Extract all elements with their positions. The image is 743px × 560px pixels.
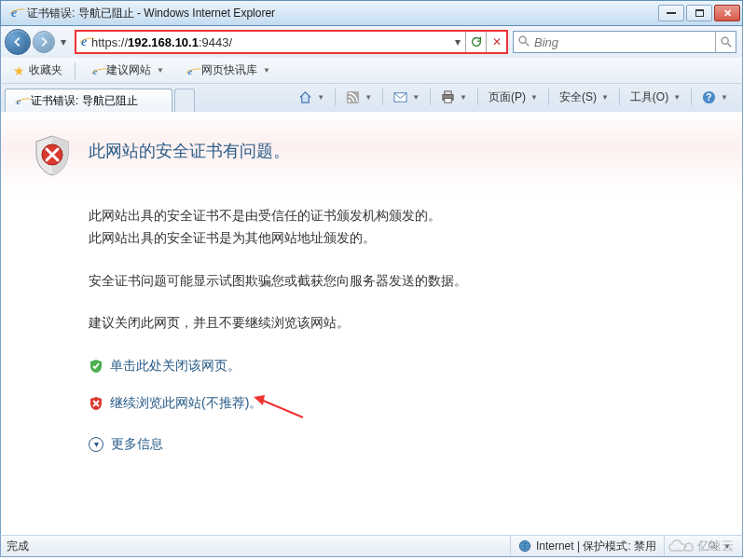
- search-provider-icon: [514, 34, 534, 50]
- new-tab-button[interactable]: [174, 89, 195, 112]
- refresh-button[interactable]: [465, 32, 486, 52]
- help-button[interactable]: ?▼: [695, 87, 735, 107]
- page-menu[interactable]: 页面(P)▼: [482, 87, 544, 107]
- search-go-button[interactable]: [715, 32, 736, 52]
- status-text: 完成: [7, 539, 510, 554]
- navigation-bar: ▾ e https://192.168.10.1:9443/ ▾ ✕: [0, 26, 743, 58]
- close-page-link-row: 单击此处关闭该网页。: [89, 355, 723, 377]
- tab-title: 证书错误: 导航已阻止: [31, 93, 138, 109]
- annotation-arrow: [252, 394, 308, 422]
- ie-icon: e: [88, 63, 103, 78]
- minimize-button[interactable]: [658, 5, 684, 21]
- address-bar[interactable]: e https://192.168.10.1:9443/ ▾ ✕: [76, 31, 507, 53]
- cert-error-page: 此网站的安全证书有问题。 此网站出具的安全证书不是由受信任的证书颁发机构颁发的。…: [1, 112, 742, 535]
- svg-line-1: [526, 42, 530, 46]
- cert-error-body: 此网站出具的安全证书不是由受信任的证书颁发机构颁发的。 此网站出具的安全证书是为…: [89, 205, 723, 456]
- favorites-button[interactable]: ★ 收藏夹: [7, 60, 69, 81]
- window-titlebar: e 证书错误: 导航已阻止 - Windows Internet Explore…: [0, 0, 743, 26]
- suggested-sites-button[interactable]: e 建议网站 ▼: [81, 60, 171, 81]
- cert-error-title: 此网站的安全证书有问题。: [89, 134, 290, 162]
- shield-ok-icon: [89, 359, 103, 374]
- forward-button[interactable]: [33, 31, 55, 53]
- watermark: 亿速云: [667, 538, 734, 554]
- status-bar: 完成 Internet | 保护模式: 禁用 ▼: [0, 535, 743, 557]
- tab-icon: e: [11, 93, 26, 108]
- safety-menu[interactable]: 安全(S)▼: [553, 87, 615, 107]
- command-bar: ▼ ▼ ▼ ▼ 页面(P)▼ 安全(S)▼ 工具(O)▼ ?▼: [292, 87, 735, 107]
- search-input[interactable]: [534, 35, 715, 49]
- home-button[interactable]: ▼: [292, 87, 331, 107]
- svg-line-13: [261, 400, 303, 417]
- more-info-link[interactable]: 更多信息: [111, 433, 163, 456]
- svg-rect-7: [445, 90, 452, 94]
- window-title: 证书错误: 导航已阻止 - Windows Internet Explorer: [27, 6, 658, 21]
- svg-point-2: [722, 37, 728, 44]
- webslice-button[interactable]: e 网页快讯库 ▼: [176, 60, 277, 81]
- star-icon: ★: [13, 63, 25, 78]
- tab-active[interactable]: e 证书错误: 导航已阻止: [5, 89, 172, 112]
- content-area: 此网站的安全证书有问题。 此网站出具的安全证书不是由受信任的证书颁发机构颁发的。…: [0, 112, 743, 535]
- svg-line-3: [727, 44, 731, 48]
- ie-icon: e: [183, 63, 198, 78]
- shield-warning-icon: [89, 396, 103, 411]
- page-icon: e: [76, 34, 91, 49]
- print-button[interactable]: ▼: [434, 87, 474, 107]
- favorites-label: 收藏夹: [29, 62, 62, 78]
- svg-text:?: ?: [706, 92, 711, 102]
- maximize-button[interactable]: [686, 5, 712, 21]
- close-button[interactable]: ✕: [714, 5, 740, 21]
- svg-marker-14: [254, 395, 265, 405]
- address-text[interactable]: https://192.168.10.1:9443/: [91, 35, 450, 49]
- back-button[interactable]: [5, 29, 31, 55]
- expand-icon[interactable]: ▾: [89, 437, 103, 452]
- svg-point-0: [519, 36, 526, 43]
- stop-button[interactable]: ✕: [486, 32, 506, 52]
- close-page-link[interactable]: 单击此处关闭该网页。: [110, 355, 241, 377]
- mail-button[interactable]: ▼: [387, 87, 426, 107]
- globe-icon: [518, 540, 531, 553]
- ie-icon: e: [7, 6, 21, 20]
- shield-error-icon: [33, 134, 72, 177]
- nav-history-dropdown[interactable]: ▾: [57, 33, 70, 51]
- search-box[interactable]: [513, 31, 736, 53]
- svg-rect-9: [445, 98, 452, 102]
- tools-menu[interactable]: 工具(O)▼: [624, 87, 687, 107]
- svg-point-5: [349, 99, 351, 102]
- continue-link-row: 继续浏览此网站(不推荐)。: [89, 392, 723, 415]
- more-info-row: ▾ 更多信息: [89, 433, 723, 456]
- continue-link[interactable]: 继续浏览此网站(不推荐)。: [110, 392, 262, 415]
- favorites-bar: ★ 收藏夹 e 建议网站 ▼ e 网页快讯库 ▼: [0, 58, 743, 84]
- feeds-button[interactable]: ▼: [339, 87, 378, 107]
- status-zone[interactable]: Internet | 保护模式: 禁用: [510, 536, 664, 556]
- address-dropdown[interactable]: ▾: [450, 35, 465, 48]
- window-controls: ✕: [658, 5, 740, 21]
- tab-bar: e 证书错误: 导航已阻止 ▼ ▼ ▼ ▼ 页面(P)▼ 安全(S)▼ 工具(O…: [0, 84, 743, 112]
